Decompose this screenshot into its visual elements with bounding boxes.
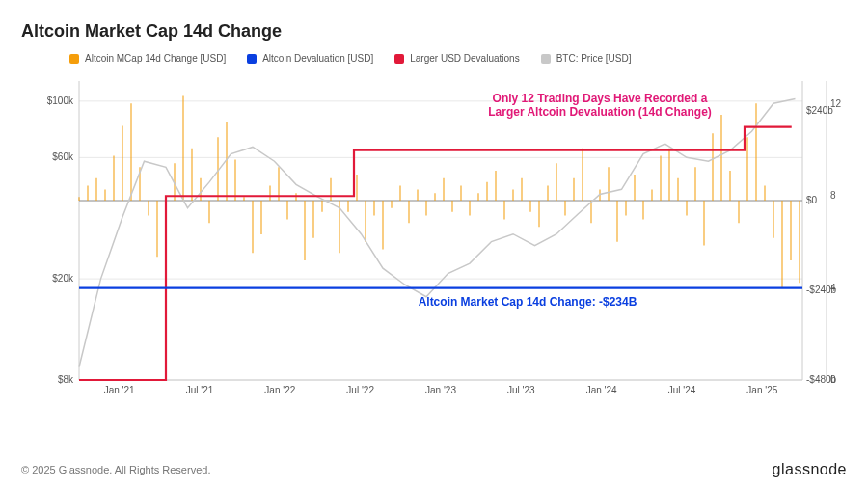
svg-text:12: 12 (830, 98, 842, 109)
svg-text:Only 12 Trading Days Have Reco: Only 12 Trading Days Have Recorded a (493, 92, 708, 105)
svg-text:Jul '23: Jul '23 (507, 385, 535, 395)
svg-text:Jul '24: Jul '24 (668, 385, 696, 395)
svg-text:Jan '24: Jan '24 (586, 385, 617, 395)
svg-text:Jan '23: Jan '23 (425, 385, 456, 395)
svg-text:Larger Altcoin Devaluation (14: Larger Altcoin Devaluation (14d Change) (488, 105, 712, 119)
chart-title: Altcoin Market Cap 14d Change (21, 21, 847, 41)
legend-item-devaluation: Altcoin Devaluation [USD] (247, 53, 373, 64)
svg-text:0: 0 (830, 374, 836, 385)
legend-item-altcoin-mcap: Altcoin MCap 14d Change [USD] (69, 53, 226, 64)
svg-text:$0: $0 (806, 195, 818, 205)
svg-text:$100k: $100k (47, 95, 74, 106)
legend-item-larger-dev: Larger USD Devaluations (394, 53, 519, 64)
svg-text:$8k: $8k (58, 374, 74, 385)
svg-text:8: 8 (830, 190, 836, 201)
svg-text:Jan '25: Jan '25 (746, 385, 777, 395)
svg-text:$20k: $20k (52, 273, 74, 284)
svg-text:Altcoin Market Cap 14d Change:: Altcoin Market Cap 14d Change: -$234B (419, 295, 637, 309)
svg-text:$240b: $240b (806, 105, 833, 116)
chart-plot: $8k$20k$60k$100k -$480b-$240b$0$240b 048… (21, 71, 847, 428)
svg-text:Jul '21: Jul '21 (186, 385, 214, 395)
svg-text:Jul '22: Jul '22 (346, 385, 374, 395)
svg-text:$60k: $60k (52, 151, 74, 162)
copyright: © 2025 Glassnode. All Rights Reserved. (21, 464, 210, 475)
svg-text:Jan '21: Jan '21 (104, 385, 135, 395)
legend-item-btc: BTC: Price [USD] (541, 53, 632, 64)
legend: Altcoin MCap 14d Change [USD] Altcoin De… (21, 53, 847, 64)
brand-logo: glassnode (773, 461, 847, 478)
svg-text:Jan '22: Jan '22 (264, 385, 295, 395)
svg-text:4: 4 (830, 283, 836, 293)
